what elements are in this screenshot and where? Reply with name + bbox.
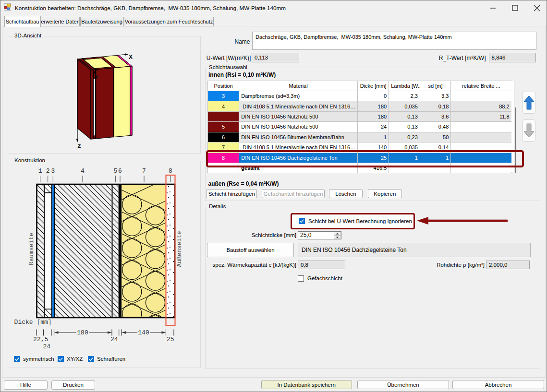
- svg-text:z: z: [77, 143, 81, 150]
- svg-text:25: 25: [167, 336, 174, 343]
- svg-text:8: 8: [169, 167, 172, 175]
- svg-text:180: 180: [77, 329, 88, 336]
- svg-text:7: 7: [142, 167, 146, 175]
- svg-text:3: 3: [51, 167, 55, 175]
- svg-text:1: 1: [38, 167, 42, 175]
- svg-text:22,5: 22,5: [33, 336, 48, 343]
- svg-text:2: 2: [46, 167, 50, 175]
- svg-text:Raumseite: Raumseite: [28, 233, 35, 265]
- svg-text:6: 6: [118, 167, 122, 175]
- svg-text:4: 4: [81, 167, 85, 175]
- svg-text:X: X: [129, 54, 133, 61]
- svg-text:24: 24: [110, 336, 118, 343]
- svg-text:140: 140: [138, 329, 149, 336]
- svg-text:Y: Y: [95, 74, 99, 81]
- svg-text:24: 24: [43, 343, 50, 350]
- svg-text:5: 5: [113, 167, 117, 175]
- svg-text:Dicke [mm]: Dicke [mm]: [14, 319, 52, 326]
